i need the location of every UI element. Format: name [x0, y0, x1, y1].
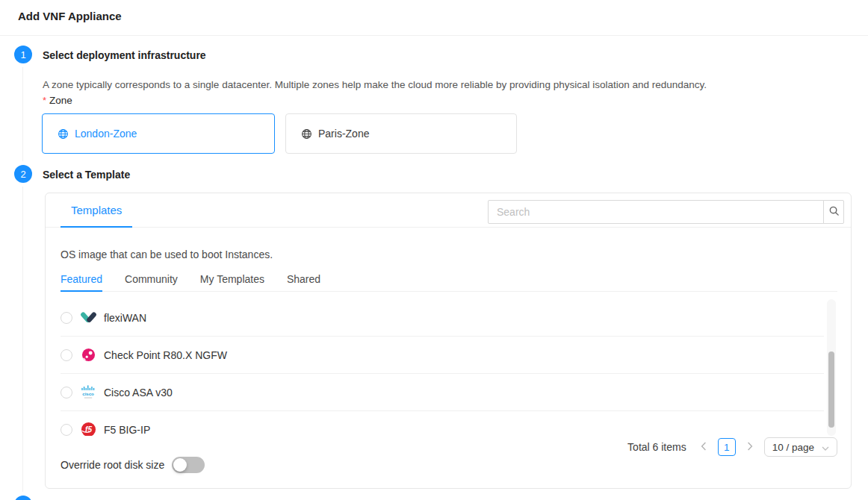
step-1-title: Select deployment infrastructure — [43, 49, 206, 61]
step-2-indicator: 2 — [14, 165, 32, 183]
radio-button[interactable] — [61, 424, 72, 436]
step-2-title: Select a Template — [43, 169, 130, 181]
template-row-flexiwan[interactable]: flexiWAN — [61, 299, 824, 337]
tab-templates[interactable]: Templates — [61, 193, 132, 228]
svg-text:cisco: cisco — [82, 392, 94, 396]
template-filter-tabs: Featured Community My Templates Shared — [61, 267, 837, 292]
zone-label-text: Zone — [49, 95, 72, 106]
step-2-number: 2 — [20, 169, 25, 180]
template-name: flexiWAN — [104, 312, 146, 324]
template-list: flexiWAN Check Point R80.X NGFW — [61, 299, 824, 436]
globe-icon — [58, 128, 69, 140]
template-name: Check Point R80.X NGFW — [104, 349, 227, 361]
radio-button[interactable] — [61, 387, 72, 399]
page-header: Add VNF Appliance — [0, 0, 868, 36]
page-size-value: 10 / page — [772, 442, 814, 453]
search-button[interactable] — [823, 200, 844, 224]
override-root-disk-row: Override root disk size — [61, 456, 205, 474]
svg-text:f5: f5 — [85, 425, 92, 434]
tab-shared[interactable]: Shared — [287, 267, 320, 291]
search-input[interactable] — [488, 200, 824, 224]
next-page-button[interactable] — [742, 438, 758, 456]
checkpoint-logo-icon — [78, 348, 98, 362]
add-vnf-appliance-page: Add VNF Appliance 1 2 3 Select deploymen… — [0, 0, 868, 500]
template-card-tabbar: Templates — [46, 193, 851, 228]
prev-page-button[interactable] — [695, 438, 712, 456]
pagination: Total 6 items 1 10 / page — [627, 437, 837, 457]
zone-field-label: *Zone — [43, 95, 72, 106]
f5-logo-icon: f5 — [78, 422, 98, 436]
step-3-indicator: 3 — [14, 496, 32, 500]
zone-description: A zone typically corresponds to a single… — [43, 79, 707, 90]
template-row-f5[interactable]: f5 F5 BIG-IP — [61, 411, 824, 436]
chevron-right-icon — [747, 442, 753, 453]
template-row-checkpoint[interactable]: Check Point R80.X NGFW — [61, 337, 824, 374]
toggle-knob — [173, 458, 187, 472]
zone-card-label: Paris-Zone — [318, 128, 369, 140]
chevron-down-icon — [822, 442, 829, 453]
radio-button[interactable] — [61, 349, 72, 361]
cisco-logo-icon: cisco — [78, 384, 98, 400]
step-connector-1 — [22, 67, 23, 161]
template-description: OS image that can be used to boot Instan… — [61, 249, 273, 260]
page-1-button[interactable]: 1 — [718, 438, 736, 456]
template-card: Templates OS image that can be used to b… — [45, 193, 852, 489]
step-1-number: 1 — [20, 49, 25, 60]
magnifier-icon — [828, 205, 840, 219]
zone-card-label: London-Zone — [75, 128, 137, 140]
step-connector-2 — [22, 187, 23, 492]
tab-featured[interactable]: Featured — [61, 267, 102, 291]
template-name: F5 BIG-IP — [104, 424, 150, 436]
tab-community[interactable]: Community — [125, 267, 178, 291]
page-size-select[interactable]: 10 / page — [764, 437, 837, 457]
template-search — [488, 200, 844, 224]
template-row-cisco[interactable]: cisco Cisco ASA v30 — [61, 374, 824, 411]
zone-card-paris[interactable]: Paris-Zone — [285, 113, 517, 154]
step-1-indicator: 1 — [14, 46, 32, 63]
page-title: Add VNF Appliance — [18, 10, 122, 22]
template-name: Cisco ASA v30 — [104, 387, 173, 399]
flexiwan-logo-icon — [78, 309, 98, 326]
override-root-disk-label: Override root disk size — [61, 459, 164, 471]
zone-card-london[interactable]: London-Zone — [42, 113, 275, 154]
override-root-disk-toggle[interactable] — [172, 457, 205, 473]
chevron-left-icon — [701, 442, 707, 453]
required-mark: * — [43, 95, 46, 106]
globe-icon — [301, 128, 312, 140]
pagination-total: Total 6 items — [627, 441, 686, 453]
radio-button[interactable] — [61, 312, 72, 324]
list-scrollbar-thumb[interactable] — [828, 351, 834, 428]
list-scrollbar-track[interactable] — [827, 299, 836, 436]
tab-my-templates[interactable]: My Templates — [200, 267, 264, 291]
